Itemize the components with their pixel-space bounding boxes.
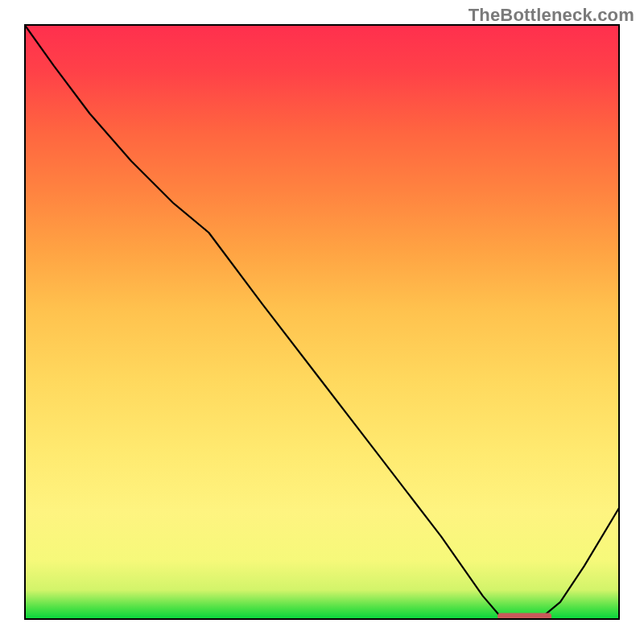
- watermark-text: TheBottleneck.com: [469, 5, 634, 26]
- chart-frame: TheBottleneck.com: [0, 0, 644, 644]
- chart-overlay: [24, 24, 620, 620]
- curve-line: [24, 24, 620, 620]
- plot-area: [24, 24, 620, 620]
